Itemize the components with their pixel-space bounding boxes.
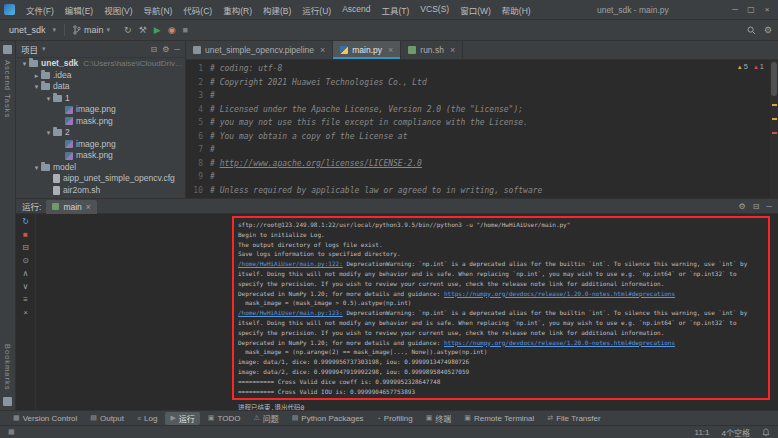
stop-icon[interactable]: ■ — [182, 26, 187, 35]
settings-icon[interactable]: ⚙ — [764, 25, 772, 35]
menu-item[interactable]: 工具(T) — [377, 2, 415, 18]
search-icon[interactable] — [747, 26, 756, 35]
pin-icon[interactable]: ⊙ — [22, 257, 29, 265]
menu-item[interactable]: Ascend — [337, 2, 375, 18]
warning-stripe-mark[interactable] — [772, 104, 777, 106]
down-stack-icon[interactable]: ∨ — [23, 283, 29, 291]
tree-chevron-icon[interactable] — [44, 127, 53, 139]
menu-item[interactable]: 重构(R) — [218, 2, 257, 18]
console-link[interactable]: /home/HwHiAiUser/main.py:123: — [238, 309, 343, 316]
restore-layout-icon[interactable]: ⊟ — [22, 244, 29, 252]
indent-indicator[interactable]: 4个空格 — [722, 427, 750, 438]
console-link[interactable]: https://numpy.org/devdocs/release/1.20.0… — [444, 290, 675, 297]
soft-wrap-icon[interactable]: ≡ — [23, 296, 28, 304]
tab-close-icon[interactable] — [86, 202, 91, 212]
tree-chevron-icon[interactable] — [32, 70, 41, 82]
close-button[interactable]: × — [762, 5, 772, 14]
menu-item[interactable]: 窗口(W) — [455, 2, 496, 18]
console-link[interactable]: http://www.apache.org/licenses/LICENSE-2… — [220, 159, 422, 168]
debug-icon[interactable]: ◉ — [168, 26, 176, 35]
tool-window-button[interactable]: ◔ Profiling — [372, 413, 418, 424]
tree-chevron-icon[interactable] — [20, 58, 29, 70]
tool-window-button[interactable]: ▤ Python Packages — [287, 413, 369, 424]
tree-item[interactable]: .idea — [16, 70, 185, 82]
tree-item[interactable]: image.png — [16, 139, 185, 151]
console-settings-icon[interactable]: ⚙ — [738, 202, 745, 211]
tree-chevron-icon[interactable] — [44, 93, 53, 105]
tree-item[interactable]: mask.png — [16, 116, 185, 128]
tool-window-button[interactable]: ⚠ 问题 — [248, 412, 283, 425]
stripe-bottom-icon[interactable] — [3, 397, 12, 406]
tree-chevron-icon[interactable] — [32, 162, 41, 174]
tool-window-button[interactable]: ⇄ File Transfer — [542, 413, 605, 424]
tool-window-button[interactable]: ▣ TODO — [203, 413, 246, 424]
tool-window-icon: ▣ — [426, 414, 433, 422]
inspection-widget[interactable]: ▲5 ▲1 — [737, 62, 764, 71]
tree-item[interactable]: aipp_unet_simple_opencv.cfg — [16, 173, 185, 185]
menu-item[interactable]: 构建(B) — [258, 2, 296, 18]
tree-item[interactable]: image.png — [16, 104, 185, 116]
menu-item[interactable]: 文件(F) — [21, 2, 59, 18]
menu-item[interactable]: 导航(N) — [139, 2, 178, 18]
tool-window-button[interactable]: ▤ Output — [85, 413, 129, 424]
clear-console-icon[interactable]: × — [23, 309, 28, 317]
tree-item[interactable]: 1 — [16, 93, 185, 105]
tool-window-button[interactable]: ▣ Remote Terminal — [459, 413, 539, 424]
caret-position[interactable]: 11:1 — [695, 428, 710, 437]
tool-windows-toggle-icon[interactable]: ▦ — [8, 428, 15, 436]
tool-window-button[interactable]: ▣ 终端 — [421, 412, 457, 425]
menu-item[interactable]: 代码(C) — [178, 2, 217, 18]
console-link[interactable]: https://numpy.org/devdocs/release/1.20.0… — [444, 339, 675, 346]
project-selector[interactable]: unet_sdk — [6, 24, 49, 36]
project-stripe-icon[interactable] — [3, 45, 12, 54]
hide-panel-icon[interactable]: ─ — [174, 45, 180, 54]
warning-stripe-mark[interactable] — [772, 118, 777, 120]
tree-item[interactable]: unet_sdk C:\Users\haise\iCloudDrive\HUAW… — [16, 58, 185, 70]
run-tab-label: main — [63, 202, 81, 212]
run-icon[interactable]: ▶ — [154, 26, 161, 35]
collapse-all-icon[interactable]: ⊟ — [150, 45, 157, 54]
maximize-button[interactable]: ▢ — [746, 5, 756, 14]
collapse-panel-icon[interactable]: ⊟ — [753, 202, 760, 211]
hide-console-icon[interactable]: ─ — [766, 202, 772, 211]
editor-tab[interactable]: run.sh — [401, 41, 463, 59]
run-console[interactable]: sftp://root@123.249.98.1:22/usr/local/py… — [36, 214, 778, 410]
console-link[interactable]: /home/HwHiAiUser/main.py:122: — [238, 260, 343, 267]
code-area[interactable]: 1 # coding: utf-8 2 # Copyright 2021 Hua… — [186, 60, 778, 198]
run-tab[interactable]: main — [46, 200, 96, 214]
up-stack-icon[interactable]: ∧ — [23, 270, 29, 278]
tool-window-button[interactable]: ▦ Version Control — [8, 413, 82, 424]
tree-chevron-icon[interactable] — [32, 81, 41, 93]
sync-icon[interactable]: ↻ — [124, 26, 132, 35]
menu-item[interactable]: 帮助(H) — [497, 2, 536, 18]
panel-settings-icon[interactable]: ⚙ — [162, 45, 169, 54]
tool-window-button[interactable]: ▶ 运行 — [165, 412, 199, 425]
tree-item[interactable]: air2om.sh — [16, 185, 185, 197]
menu-item[interactable]: VCS(S) — [415, 2, 454, 18]
menu-item[interactable]: 运行(U) — [297, 2, 336, 18]
tree-item[interactable]: 2 — [16, 127, 185, 139]
notifications-bell-icon[interactable] — [762, 428, 770, 437]
build-icon[interactable]: ⚒ — [139, 26, 147, 35]
minimize-button[interactable]: ─ — [730, 5, 740, 14]
editor-tab[interactable]: unet_simple_opencv.pipeline — [186, 41, 333, 59]
tree-item[interactable]: mask.png — [16, 150, 185, 162]
scrollbar-thumb[interactable] — [771, 62, 777, 96]
tree-item[interactable]: model — [16, 162, 185, 174]
stripe-label-bottom[interactable]: Bookmarks — [3, 344, 12, 391]
tab-close-icon[interactable] — [388, 45, 393, 55]
stop-icon[interactable]: ■ — [23, 231, 28, 239]
stripe-label-top[interactable]: Ascend Tasks — [3, 60, 12, 118]
tool-window-button[interactable]: ≡ Log — [132, 413, 162, 424]
editor-scrollbar[interactable] — [770, 60, 778, 198]
tree-item[interactable]: data — [16, 81, 185, 93]
menu-item[interactable]: 视图(V) — [99, 2, 137, 18]
tab-close-icon[interactable] — [320, 45, 325, 55]
tab-close-icon[interactable] — [450, 45, 455, 55]
editor-tab[interactable]: main.py — [333, 41, 401, 59]
rerun-icon[interactable]: ↻ — [22, 218, 29, 226]
error-stripe-mark[interactable] — [772, 132, 777, 134]
menu-item[interactable]: 编辑(E) — [60, 2, 98, 18]
project-panel-title[interactable]: 项目 — [21, 43, 38, 55]
git-branch-widget[interactable]: main ▾ — [73, 25, 110, 35]
